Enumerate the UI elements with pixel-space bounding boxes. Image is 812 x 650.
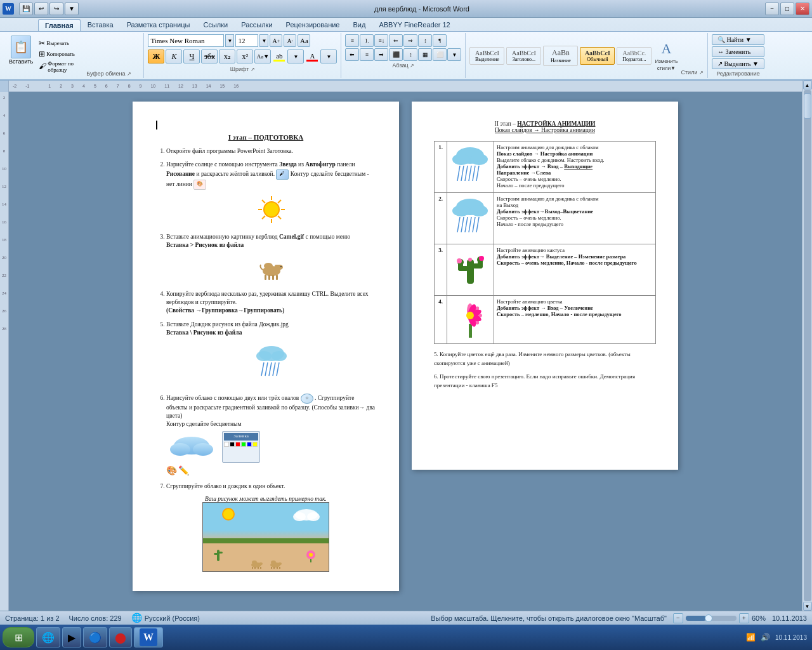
style-default[interactable]: AaBbCcI Обычный bbox=[580, 47, 615, 65]
multilevel-btn[interactable]: ≡↓ bbox=[374, 34, 388, 47]
swatch-white[interactable] bbox=[224, 442, 229, 447]
style-title[interactable]: AaВв Название bbox=[543, 46, 578, 66]
taskbar-browser[interactable]: 🔵 bbox=[83, 627, 107, 647]
bold-btn[interactable]: Ж bbox=[148, 50, 164, 63]
paste-button[interactable]: 📋 Вставить bbox=[5, 34, 37, 77]
close-btn[interactable]: ✕ bbox=[796, 3, 809, 15]
undo-btn[interactable]: ↩ bbox=[34, 3, 48, 15]
font-name-input[interactable]: Times New Roman bbox=[148, 34, 224, 47]
tab-home[interactable]: Главная bbox=[38, 19, 81, 31]
tab-insert[interactable]: Вставка bbox=[81, 19, 120, 31]
tab-mailings[interactable]: Рассылки bbox=[235, 19, 278, 31]
sort-btn[interactable]: ↕ bbox=[418, 34, 432, 47]
scroll-up-btn[interactable]: ▲ bbox=[803, 81, 812, 90]
tab-abbyy[interactable]: ABBYY FineReader 12 bbox=[372, 19, 456, 31]
svg-point-27 bbox=[170, 443, 190, 456]
svg-rect-48 bbox=[218, 552, 223, 554]
font-grow-btn[interactable]: A+ bbox=[270, 34, 282, 47]
style-subtitle[interactable]: AaBbCc. Подзагол... bbox=[617, 47, 652, 65]
zoom-level[interactable]: 60% bbox=[752, 614, 766, 622]
swatch-black[interactable] bbox=[230, 442, 235, 447]
underline-btn[interactable]: Ч bbox=[183, 50, 200, 63]
numbering-btn[interactable]: 1. bbox=[360, 34, 374, 47]
taskbar-antivirus[interactable]: ⬤ bbox=[109, 627, 132, 647]
style-normal-text[interactable]: AaBbCcI Выделение bbox=[469, 47, 504, 65]
changecase-btn[interactable]: Aa▼ bbox=[254, 50, 271, 63]
font-name-dropdown[interactable]: ▼ bbox=[225, 34, 234, 47]
tab-view[interactable]: Вид bbox=[347, 19, 372, 31]
color-swatches bbox=[224, 442, 258, 447]
row1-desc: Настроим анимацию для дождика с облаком … bbox=[494, 142, 656, 193]
change-styles-label2: стили▼ bbox=[657, 65, 676, 71]
ruler-corner[interactable] bbox=[0, 81, 8, 92]
dropdown-btn[interactable]: ▼ bbox=[65, 3, 79, 15]
zoom-hint[interactable]: Выбор масштаба. Щелкните, чтобы открыть … bbox=[431, 614, 667, 622]
align-left-btn[interactable]: ⬅ bbox=[345, 48, 359, 61]
subscript-btn[interactable]: x₂ bbox=[219, 50, 235, 63]
increase-indent-btn[interactable]: ⇒ bbox=[403, 34, 417, 47]
tab-references[interactable]: Ссылки bbox=[197, 19, 234, 31]
font-shrink-btn[interactable]: A- bbox=[284, 34, 296, 47]
scroll-thumb[interactable] bbox=[804, 93, 811, 119]
strikethrough-btn[interactable]: збк bbox=[201, 50, 218, 63]
replace-btn[interactable]: ↔ Заменить bbox=[712, 46, 764, 57]
swatch-red[interactable] bbox=[235, 442, 240, 447]
swatch-yellow[interactable] bbox=[252, 442, 258, 447]
save-quick-btn[interactable]: 💾 bbox=[19, 3, 33, 15]
line-spacing-btn[interactable]: ↕ bbox=[403, 48, 417, 61]
swatch-blue[interactable] bbox=[247, 442, 252, 447]
italic-btn[interactable]: К bbox=[166, 50, 182, 63]
style-heading1[interactable]: AaBbCcI Заголово... bbox=[506, 47, 541, 65]
tab-page-layout[interactable]: Разметка страницы bbox=[121, 19, 197, 31]
borders-btn[interactable]: ⬜ bbox=[433, 48, 447, 61]
taskbar-ie[interactable]: 🌐 bbox=[36, 627, 60, 647]
superscript-btn[interactable]: x² bbox=[237, 50, 253, 63]
paragraph-label: Абзац ↗ bbox=[345, 62, 461, 69]
step-6: Нарисуйте облако с помощью двух или трёх… bbox=[166, 394, 377, 477]
tab-review[interactable]: Рецензирование bbox=[280, 19, 346, 31]
shading-btn[interactable]: ▦ bbox=[418, 48, 432, 61]
svg-line-59 bbox=[473, 166, 475, 181]
font-size-dropdown[interactable]: ▼ bbox=[259, 34, 268, 47]
scroll-track[interactable] bbox=[804, 90, 811, 601]
ribbon-content: 📋 Вставить ✂ Вырезать ⊞ Копировать 🖌 Фор… bbox=[0, 31, 812, 79]
swatch-green[interactable] bbox=[241, 442, 246, 447]
decrease-indent-btn[interactable]: ⇐ bbox=[389, 34, 403, 47]
zoom-in-btn[interactable]: + bbox=[739, 613, 749, 623]
rain-svg bbox=[252, 341, 291, 385]
sun-illustration bbox=[166, 194, 377, 228]
font-group-label: Шрифт ↗ bbox=[148, 66, 337, 72]
zoom-out-btn[interactable]: − bbox=[673, 613, 683, 623]
change-styles-btn[interactable]: A bbox=[661, 41, 671, 57]
font-color-btn[interactable]: А bbox=[305, 52, 319, 62]
find-btn[interactable]: 🔍 Найти ▼ bbox=[712, 34, 764, 45]
maximize-btn[interactable]: □ bbox=[780, 3, 794, 15]
start-button[interactable]: ⊞ bbox=[3, 627, 34, 647]
font-size-input[interactable]: 12 bbox=[235, 34, 258, 47]
format-painter-btn[interactable]: 🖌 Формат по образцу bbox=[39, 60, 75, 73]
clear-format-btn[interactable]: Aa bbox=[298, 34, 310, 47]
highlight-color-btn[interactable]: ab bbox=[272, 52, 286, 62]
bullets-btn[interactable]: ≡ bbox=[345, 34, 359, 47]
align-center-btn[interactable]: ≡ bbox=[360, 48, 374, 61]
fill-panel[interactable]: Заливка bbox=[222, 431, 260, 463]
minimize-btn[interactable]: − bbox=[765, 3, 779, 15]
align-right-btn[interactable]: ➡ bbox=[374, 48, 388, 61]
font-color-dropdown[interactable]: ▼ bbox=[320, 50, 337, 63]
document-area[interactable]: I этап – ПОДГОТОВКА Откройте файл програ… bbox=[9, 92, 802, 611]
borders-dropdown[interactable]: ▼ bbox=[447, 48, 461, 61]
cut-btn[interactable]: ✂ Вырезать bbox=[39, 39, 75, 48]
taskbar-media[interactable]: ▶ bbox=[62, 627, 81, 647]
zoom-handle[interactable] bbox=[705, 614, 712, 622]
editing-group: 🔍 Найти ▼ ↔ Заменить ↗ Выделить ▼ Редакт… bbox=[708, 33, 768, 78]
taskbar-word[interactable]: W bbox=[134, 627, 163, 647]
show-formatting-btn[interactable]: ¶ bbox=[433, 34, 447, 47]
copy-btn[interactable]: ⊞ Копировать bbox=[39, 50, 75, 59]
zoom-slider[interactable] bbox=[686, 616, 737, 621]
preview-grass bbox=[203, 538, 329, 543]
scroll-down-btn[interactable]: ▼ bbox=[803, 602, 812, 611]
justify-btn[interactable]: ⬛ bbox=[389, 48, 403, 61]
redo-btn[interactable]: ↪ bbox=[49, 3, 63, 15]
select-btn[interactable]: ↗ Выделить ▼ bbox=[712, 58, 764, 69]
highlight-dropdown-btn[interactable]: ▼ bbox=[287, 50, 304, 63]
